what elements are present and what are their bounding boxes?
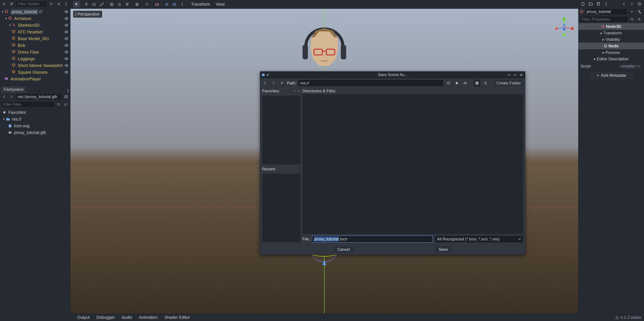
filesystem-dock-options-icon[interactable]	[68, 89, 70, 93]
add-node-button[interactable]	[1, 1, 8, 7]
visibility-toggle-icon[interactable]	[64, 17, 69, 21]
dlg-recent-pane[interactable]	[262, 173, 301, 243]
link-node-button[interactable]	[8, 1, 15, 7]
visibility-toggle-icon[interactable]	[64, 23, 69, 27]
bottom-tab-audio[interactable]: Audio	[118, 315, 136, 320]
dlg-list-view-button[interactable]	[482, 80, 489, 87]
dlg-path-input[interactable]: res://	[298, 80, 444, 87]
scene-more-button[interactable]	[63, 1, 69, 7]
close-icon[interactable]	[519, 73, 524, 77]
group-button[interactable]	[124, 1, 130, 8]
dlg-favorite-button[interactable]	[454, 80, 460, 87]
scene-tree-node-armature[interactable]: ▾ Armature	[1, 15, 69, 22]
insp-save-button[interactable]	[595, 1, 602, 7]
history-back-button[interactable]	[621, 1, 627, 7]
fs-file[interactable]: proxy_tutorial.glb	[2, 129, 68, 136]
visibility-toggle-icon[interactable]	[64, 64, 69, 68]
preview-more-button[interactable]	[179, 1, 186, 8]
viewport-canvas[interactable]: Perspective Y X Z	[70, 9, 578, 313]
add-metadata-button[interactable]: Add Metadata	[590, 72, 633, 79]
scene-tree-node-mesh[interactable]: Base Model_001	[1, 35, 69, 42]
dlg-back-button[interactable]	[262, 80, 268, 87]
dlg-show-hidden-button[interactable]	[462, 80, 468, 87]
bottom-tab-debugger[interactable]: Debugger	[93, 315, 118, 320]
inspector-tools-icon[interactable]	[636, 16, 643, 23]
scene-tree-root[interactable]: ▾ proxy_tutorial	[1, 9, 69, 15]
visibility-toggle-icon[interactable]	[64, 30, 69, 34]
local-space-button[interactable]	[134, 1, 140, 8]
prop-group-process[interactable]: ▸Process	[578, 49, 644, 56]
scene-tree-node-animplayer[interactable]: AnimationPlayer	[1, 76, 69, 82]
open-in-editor-icon[interactable]	[38, 10, 43, 14]
minimize-icon[interactable]	[507, 73, 512, 77]
move-tool-button[interactable]	[83, 1, 90, 8]
insp-open-button[interactable]	[588, 1, 594, 7]
fs-file[interactable]: icon.svg	[2, 122, 68, 129]
scene-tree-node-mesh[interactable]: ATC Headset	[1, 29, 69, 35]
create-folder-button[interactable]: Create Folder	[494, 80, 524, 87]
inspector-filter-search-icon[interactable]	[629, 16, 635, 23]
visibility-toggle-icon[interactable]	[64, 50, 69, 54]
dlg-type-select[interactable]: All Recognized (*.tscn, *.scn, *.res)	[435, 235, 524, 243]
prop-group-visibility[interactable]: ▸Visibility	[578, 36, 644, 43]
chevron-down-icon[interactable]	[628, 9, 635, 15]
scene-filter-search-icon[interactable]	[48, 1, 54, 7]
select-tool-button[interactable]	[73, 1, 80, 8]
bottom-tab-shader[interactable]: Shader Editor	[161, 315, 193, 320]
cancel-button[interactable]: Cancel	[333, 246, 354, 253]
scene-filter-input[interactable]	[16, 1, 47, 7]
view-menu[interactable]: View	[213, 2, 227, 7]
fs-path-input[interactable]: res://proxy_tutorial.glb	[16, 94, 62, 100]
rotate-tool-button[interactable]	[91, 1, 98, 8]
fs-back-button[interactable]	[1, 94, 8, 100]
sun-preview-button[interactable]	[163, 1, 170, 8]
dlg-forward-button[interactable]	[270, 80, 277, 87]
fs-root[interactable]: ▾ res://	[2, 116, 68, 122]
scene-filter-clear-button[interactable]	[56, 1, 62, 7]
scene-tree-node-mesh[interactable]: Leggings	[1, 55, 69, 62]
inspector-object-name[interactable]: proxy_tutorial	[585, 9, 627, 15]
history-forward-button[interactable]	[628, 1, 635, 7]
camera-override-button[interactable]	[154, 1, 160, 8]
fs-forward-button[interactable]	[8, 94, 15, 100]
visibility-toggle-icon[interactable]	[64, 57, 69, 61]
history-button[interactable]	[636, 1, 643, 7]
bottom-tab-animation[interactable]: Animation	[136, 315, 161, 320]
alert-icon[interactable]	[615, 316, 619, 319]
scene-tree-node-skeleton[interactable]: ▾ Skeleton3D	[1, 22, 69, 29]
prop-group-transform[interactable]: ▸Transform	[578, 30, 644, 36]
maximize-icon[interactable]	[513, 73, 518, 77]
dlg-files-pane[interactable]	[302, 94, 524, 234]
doc-icon[interactable]	[636, 9, 643, 15]
fs-filter-search-icon[interactable]	[56, 101, 62, 108]
visibility-toggle-icon[interactable]	[64, 37, 69, 41]
scene-tree-node-mesh[interactable]: Square Glasses	[1, 69, 69, 76]
dlg-favorites-pane[interactable]	[262, 95, 301, 165]
visibility-toggle-icon[interactable]	[64, 43, 69, 47]
list-select-button[interactable]	[108, 1, 115, 8]
scene-tree-node-mesh[interactable]: Bob	[1, 42, 69, 49]
fs-split-button[interactable]	[63, 94, 69, 100]
snap-button[interactable]	[144, 1, 150, 8]
perspective-badge[interactable]: Perspective	[73, 11, 102, 18]
axis-gizmo[interactable]: Y X Z	[554, 17, 574, 37]
fs-filter-input[interactable]	[1, 101, 54, 107]
insp-new-button[interactable]	[580, 1, 586, 7]
fs-sort-button[interactable]	[63, 101, 69, 108]
env-preview-button[interactable]	[171, 1, 178, 8]
script-property[interactable]: Script <empty>	[578, 62, 644, 70]
scene-tree[interactable]: ▾ proxy_tutorial ▾ Armature ▾	[0, 8, 70, 84]
dlg-file-input[interactable]: proxy_tutorial.tscn	[312, 235, 433, 243]
scene-tree-node-mesh[interactable]: Dress Flats	[1, 49, 69, 55]
dlg-up-button[interactable]	[278, 80, 285, 87]
pin-icon[interactable]	[266, 73, 269, 76]
bottom-tab-output[interactable]: Output	[74, 315, 93, 320]
fav-up-icon[interactable]	[293, 90, 296, 93]
inspector-filter-input[interactable]	[580, 16, 628, 22]
visibility-toggle-icon[interactable]	[64, 70, 69, 74]
save-button[interactable]: Save	[434, 246, 452, 253]
prop-group-editor-desc[interactable]: ▸Editor Description	[578, 56, 644, 62]
fav-down-icon[interactable]	[297, 90, 300, 93]
scene-tree-node-mesh[interactable]: Short-Sleeve Sweatshirt	[1, 62, 69, 69]
dlg-refresh-button[interactable]	[445, 80, 452, 87]
